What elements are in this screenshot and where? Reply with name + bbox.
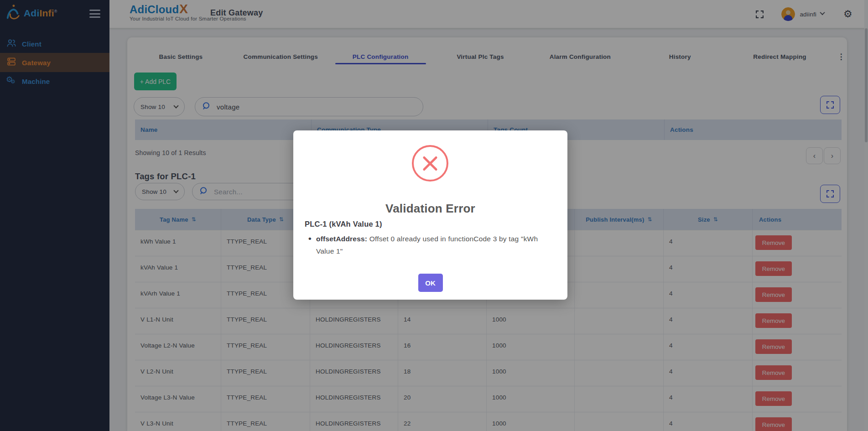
validation-error-modal: Validation Error PLC-1 (kVAh Value 1) of…: [293, 130, 567, 300]
app-root: AdiInfi® Client: [0, 0, 868, 431]
modal-title: Validation Error: [293, 202, 567, 216]
ok-button[interactable]: OK: [418, 274, 443, 292]
modal-error-item: offsetAddress: Offset 0 already used in …: [316, 233, 544, 257]
error-x-icon: [412, 145, 448, 182]
modal-heading: PLC-1 (kVAh Value 1): [305, 220, 382, 228]
